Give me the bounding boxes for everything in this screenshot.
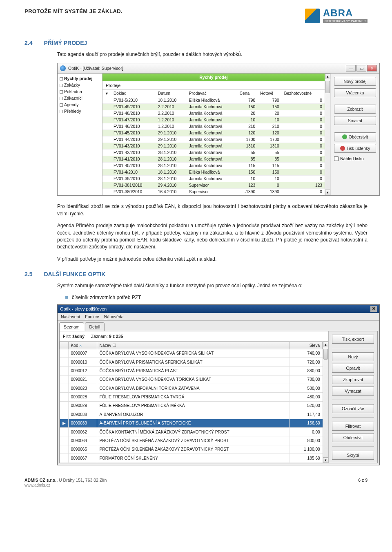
- tab-seznam[interactable]: Seznam: [59, 322, 84, 331]
- page-number: 6 z 9: [358, 478, 368, 487]
- menu-item[interactable]: Nastavení: [61, 314, 80, 319]
- table-row[interactable]: FV01-381/201029.4.2010Supervisor1230123: [102, 182, 325, 189]
- table-row[interactable]: FV01-5/201018.1.2010Eliška Hladíková7907…: [102, 97, 325, 104]
- table-row[interactable]: FV01-380/201016.4.2010Supervisor-1390139…: [102, 189, 325, 195]
- intro-text: Tato agenda slouží pro prodeje slunečníc…: [57, 51, 368, 58]
- action-button[interactable]: Zkopírovat: [332, 375, 374, 384]
- header-tagline: PROTOŽE MÍT SYSTÉM JE ZÁKLAD.: [24, 8, 122, 14]
- table-row[interactable]: 0090038A-BARVENÍ OKLUZOR117,40: [60, 410, 323, 419]
- action-button[interactable]: Nový: [332, 352, 374, 361]
- table-row[interactable]: 0090067FORMÁTOR OČNÍ SKLENĚNÝ185 60: [60, 454, 323, 463]
- column-header[interactable]: Datum: [156, 90, 187, 97]
- tab-detail[interactable]: Detail: [85, 322, 105, 331]
- screenshot-optik-prodej: OptiK - [Uživatel: Supervisor] — ▭ ✕ Ryc…: [57, 63, 380, 196]
- table-row[interactable]: 0090028FÓLIE FRESNELOVA PRISMATICKÁ TVRD…: [60, 393, 323, 401]
- vertical-scrollbar[interactable]: ▴ ▾: [325, 74, 330, 195]
- action-button[interactable]: Zobrazit: [334, 105, 376, 114]
- table-row[interactable]: 0090065PROTÉZA OČNÍ SKLENĚNÁ ZAKÁZKOVÝ Z…: [60, 445, 323, 454]
- maximize-button[interactable]: ▭: [356, 65, 366, 72]
- vertical-scrollbar[interactable]: ▴ ▾: [323, 342, 328, 463]
- column-header[interactable]: Sleva: [290, 342, 323, 349]
- row-marker-header: [60, 342, 69, 349]
- window-title: OptiK - [Uživatel: Supervisor]: [68, 66, 123, 71]
- table-row[interactable]: 0090064PROTÉZA OČNÍ SKLENĚNÁ ZAKÁZKOVÝ Z…: [60, 436, 323, 445]
- abra-logo-icon: [305, 9, 320, 23]
- footer-url: www.admis.cz: [24, 483, 50, 487]
- action-button[interactable]: Smazat: [334, 116, 376, 125]
- action-button[interactable]: Tisk, export: [332, 335, 374, 344]
- scroll-down-icon[interactable]: ▾: [325, 190, 330, 195]
- table-row[interactable]: FV01-39/201028.1.2010Jarmila Kochrtová10…: [102, 176, 325, 182]
- scroll-thumb[interactable]: [325, 81, 330, 93]
- action-button[interactable]: Tisk účtenky: [334, 144, 376, 153]
- column-header[interactable]: Bezhotovostně: [282, 90, 325, 97]
- scroll-up-icon[interactable]: ▴: [323, 342, 328, 347]
- table-row[interactable]: FV01-45/201029.1.2010Jarmila Kochrtová12…: [102, 130, 325, 136]
- tab-prodeje[interactable]: Prodeje: [102, 81, 325, 90]
- column-header[interactable]: Kód △: [68, 342, 97, 349]
- para-25-1: Systém zahrnuje samozřejmě také další čí…: [57, 282, 368, 289]
- refresh-icon: [342, 134, 347, 139]
- table-row[interactable]: 0090012ČOČKA BRÝLOVÁ PRISMATICKÁ PLAST88…: [60, 367, 323, 375]
- nav-item[interactable]: Přehledy: [58, 108, 102, 114]
- action-button[interactable]: Opravit: [332, 364, 374, 373]
- window-title-2: Optik - slevy pojišťoven: [60, 306, 107, 311]
- action-button[interactable]: Vymazat: [332, 387, 374, 396]
- table-row[interactable]: FV01-46/20101.2.2010Jarmila Kochrtová210…: [102, 123, 325, 130]
- logo-cert: CERTIFIKOVANÝ PARTNER: [323, 19, 368, 23]
- table-row[interactable]: FV01-48/20102.2.2010Jarmila Kochrtová202…: [102, 110, 325, 117]
- table-row[interactable]: FV01-43/201029.1.2010Jarmila Kochrtová13…: [102, 143, 325, 150]
- table-row[interactable]: 0090021ČOČKA BRÝLOVÁ VYSOKOINDEXOVÁ TÓRI…: [60, 375, 323, 384]
- action-button[interactable]: Skryté: [332, 451, 374, 460]
- column-header[interactable]: Prodavač: [187, 90, 237, 97]
- column-header[interactable]: Název: [97, 342, 290, 349]
- print-icon: [340, 146, 345, 151]
- action-button[interactable]: Občerstvit: [334, 132, 376, 141]
- action-button[interactable]: Občerstvit: [332, 433, 374, 442]
- nav-item[interactable]: Zakázky: [58, 82, 102, 88]
- column-header[interactable]: Cena: [237, 90, 258, 97]
- menu-item[interactable]: Funkce: [85, 314, 99, 319]
- close-button[interactable]: ✕: [367, 65, 377, 72]
- nav-item[interactable]: Pokladna: [58, 88, 102, 95]
- table-row[interactable]: FV01-41/201028.1.2010Jarmila Kochrtová85…: [102, 156, 325, 163]
- nav-item[interactable]: Zákazníci: [58, 95, 102, 101]
- checkbox-icon: [334, 156, 339, 161]
- table-row[interactable]: ▶0090039A-BARVENÍ PROTISLUNEČNÍ A STENOP…: [60, 419, 323, 427]
- scroll-thumb[interactable]: [323, 349, 328, 360]
- table-row[interactable]: 0090023ČOČKA BRÝLOVÁ BIFOKÁLNÍ TÓRICKÁ Z…: [60, 384, 323, 393]
- nav-item[interactable]: Agendy: [58, 101, 102, 108]
- table-row[interactable]: FV01-4/201018.1.2010Eliška Hladíková1501…: [102, 169, 325, 176]
- table-row[interactable]: FV01-42/201028.1.2010Jarmila Kochrtová55…: [102, 150, 325, 156]
- action-button[interactable]: Označit vše: [332, 404, 374, 413]
- logo-block: ABRA CERTIFIKOVANÝ PARTNER: [305, 8, 368, 23]
- tab-seznam-label: Seznam: [64, 324, 80, 329]
- preview-checkbox[interactable]: Náhled tisku: [334, 155, 376, 162]
- footer-addr: U Dráhy 151, 763 02 Zlín: [59, 478, 107, 483]
- table-row[interactable]: 0090010ČOČKA BRÝLOVÁ PRISMATICKÁ SFÉRICK…: [60, 358, 323, 366]
- scroll-up-icon[interactable]: ▴: [325, 74, 330, 79]
- table-row[interactable]: FV01-49/20102.2.2010Jarmila Kochrtová150…: [102, 104, 325, 110]
- table-row[interactable]: FV01-40/201028.1.2010Jarmila Kochrtová11…: [102, 163, 325, 169]
- slevy-table: Kód △NázevSleva 0090007ČOČKA BRÝLOVÁ VYS…: [60, 342, 323, 463]
- table-row[interactable]: FV01-44/201029.1.2010Jarmila Kochrtová17…: [102, 136, 325, 143]
- table-row[interactable]: 0090062ČOČKA KONTAKTNÍ MĚKKÁ ZAKÁZKOVÝ Z…: [60, 427, 323, 436]
- section-number: 2.5: [24, 271, 32, 277]
- column-header[interactable]: Hotově: [258, 90, 282, 97]
- table-row[interactable]: 0090029FÓLIE FRESNELOVA PRISMATICKÁ MĚKK…: [60, 401, 323, 410]
- sales-table: ▼DokladDatumProdavačCenaHotověBezhotovos…: [102, 90, 325, 195]
- screenshot-slevy: Optik - slevy pojišťoven ✕ NastaveníFunk…: [57, 304, 380, 465]
- table-row[interactable]: 0090007ČOČKA BRÝLOVÁ VYSOKOINDEXOVÁ SFÉR…: [60, 349, 323, 358]
- bullet-icon: [65, 296, 68, 299]
- close-button[interactable]: ✕: [370, 306, 377, 312]
- scroll-down-icon[interactable]: ▾: [323, 457, 328, 463]
- action-button[interactable]: Filtrovat: [332, 422, 374, 431]
- nav-item[interactable]: Rychlý prodej: [58, 75, 102, 82]
- menu-item[interactable]: Nápověda: [104, 314, 124, 319]
- action-button[interactable]: Nový prodej: [334, 77, 376, 86]
- table-row[interactable]: FV01-47/20101.2.2010Jarmila Kochrtová101…: [102, 117, 325, 123]
- minimize-button[interactable]: —: [346, 65, 356, 72]
- action-button[interactable]: Vrácenka: [334, 88, 376, 97]
- sort-indicator-icon[interactable]: ▼: [102, 90, 111, 97]
- column-header[interactable]: Doklad: [111, 90, 156, 97]
